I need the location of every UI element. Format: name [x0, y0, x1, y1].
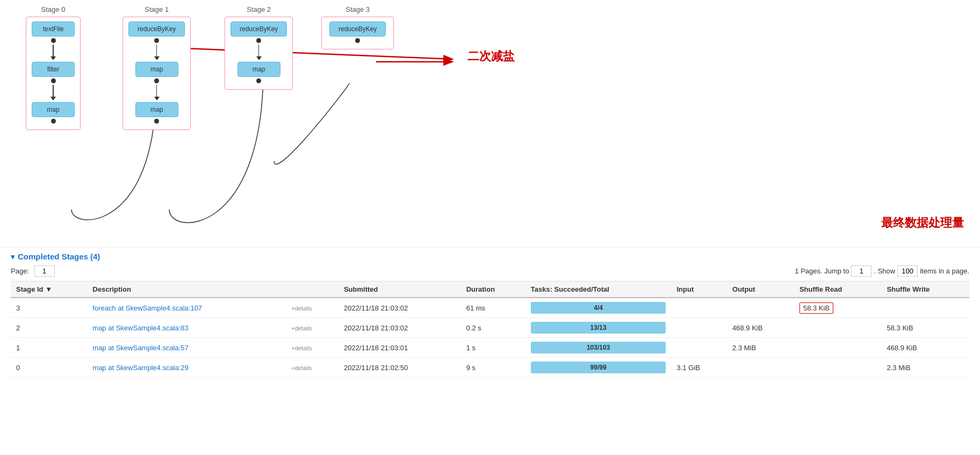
cell-output	[727, 298, 794, 318]
stage-1-label: Stage 1	[122, 5, 191, 13]
table-header-row: Stage Id ▼ Description Submitted Duratio…	[11, 281, 969, 298]
cell-duration: 0.2 s	[461, 318, 525, 338]
page-input[interactable]	[34, 265, 55, 277]
cell-submitted: 2022/11/18 21:03:01	[338, 338, 461, 358]
page-label: Page:	[11, 267, 29, 275]
cell-shuffle-write	[882, 298, 969, 318]
stage-1-node-1: map	[135, 62, 178, 77]
page-info-left: Page:	[11, 265, 55, 277]
cell-output: 2.3 MiB	[727, 338, 794, 358]
stage-3-node-0: reduceByKey	[329, 21, 386, 37]
progress-bar: 4/4	[531, 302, 666, 314]
stage-0-node-1: filter	[32, 62, 75, 77]
table-row: 3 foreach at SkewSample4.scala:107 +deta…	[11, 298, 969, 318]
cell-tasks: 13/13	[525, 318, 672, 338]
stage-3-box: reduceByKey	[321, 17, 394, 49]
cell-input	[671, 298, 727, 318]
description-link[interactable]: foreach at SkewSample4.scala:107	[92, 304, 202, 312]
cell-shuffle-read	[794, 358, 882, 378]
stage-1-node-0: reduceByKey	[128, 21, 185, 37]
description-link[interactable]: map at SkewSample4.scala:57	[92, 344, 188, 352]
cell-description: map at SkewSample4.scala:83	[87, 318, 284, 338]
cell-description: map at SkewSample4.scala:29	[87, 358, 284, 378]
stage-2-nodes: reduceByKey map	[230, 21, 287, 85]
cell-shuffle-read	[794, 318, 882, 338]
cell-description: map at SkewSample4.scala:57	[87, 338, 284, 358]
col-stage-id[interactable]: Stage Id ▼	[11, 281, 87, 298]
description-link[interactable]: map at SkewSample4.scala:29	[92, 364, 188, 372]
col-description[interactable]: Description	[87, 281, 338, 298]
table-row: 0 map at SkewSample4.scala:29 +details 2…	[11, 358, 969, 378]
shuffle-read-highlight: 58.3 KiB	[799, 302, 833, 314]
cell-stage-id: 2	[11, 318, 87, 338]
stage-1-nodes: reduceByKey map map	[128, 21, 185, 125]
cell-submitted: 2022/11/18 21:03:02	[338, 318, 461, 338]
cell-description: foreach at SkewSample4.scala:107	[87, 298, 284, 318]
cell-shuffle-write: 2.3 MiB	[882, 358, 969, 378]
show-label: . Show	[874, 267, 895, 275]
progress-bar: 99/99	[531, 362, 666, 373]
description-link[interactable]: map at SkewSample4.scala:83	[92, 324, 188, 332]
cell-details[interactable]: +details	[284, 338, 338, 358]
cell-output: 468.9 KiB	[727, 318, 794, 338]
cell-submitted: 2022/11/18 21:03:02	[338, 298, 461, 318]
stage-2-node-1: map	[237, 62, 280, 77]
section-title: Completed Stages (4)	[18, 252, 100, 261]
stage-1-node-2: map	[135, 102, 178, 117]
final-label: 最终数据处理量	[881, 215, 964, 231]
cell-shuffle-write: 468.9 KiB	[882, 338, 969, 358]
cell-input	[671, 318, 727, 338]
stage-0-container: Stage 0 textFile filter map	[26, 5, 81, 130]
col-shuffle-read[interactable]: Shuffle Read	[794, 281, 882, 298]
stage-1-box: reduceByKey map map	[122, 17, 191, 130]
pagination-row: Page: 1 Pages. Jump to . Show items in a…	[11, 265, 969, 277]
stage-2-box: reduceByKey map	[225, 17, 293, 90]
cell-tasks: 99/99	[525, 358, 672, 378]
progress-bar: 103/103	[531, 342, 666, 353]
stage-3-container: Stage 3 reduceByKey	[321, 5, 394, 49]
jump-input[interactable]	[851, 265, 871, 277]
stage-3-label: Stage 3	[321, 5, 394, 13]
cell-shuffle-write: 58.3 KiB	[882, 318, 969, 338]
stage-0-box: textFile filter map	[26, 17, 81, 130]
stage-0-node-0: textFile	[32, 21, 75, 37]
page-info-right: 1 Pages. Jump to . Show items in a page.	[795, 265, 969, 277]
stage-1-container: Stage 1 reduceByKey map map	[122, 5, 191, 130]
stage-0-nodes: textFile filter map	[32, 21, 75, 125]
cell-duration: 61 ms	[461, 298, 525, 318]
stage-2-label: Stage 2	[225, 5, 293, 13]
col-tasks[interactable]: Tasks: Succeeded/Total	[525, 281, 672, 298]
section-header: ▾ Completed Stages (4)	[11, 252, 969, 261]
toggle-icon[interactable]: ▾	[11, 252, 15, 261]
stages-table: Stage Id ▼ Description Submitted Duratio…	[11, 281, 969, 378]
show-input[interactable]	[897, 265, 918, 277]
table-row: 1 map at SkewSample4.scala:57 +details 2…	[11, 338, 969, 358]
stage-2-node-0: reduceByKey	[230, 21, 287, 37]
col-input[interactable]: Input	[671, 281, 727, 298]
col-duration[interactable]: Duration	[461, 281, 525, 298]
pages-info-text: 1 Pages. Jump to	[795, 267, 849, 275]
cell-details[interactable]: +details	[284, 358, 338, 378]
cell-submitted: 2022/11/18 21:02:50	[338, 358, 461, 378]
stage-0-node-2: map	[32, 102, 75, 117]
cell-stage-id: 3	[11, 298, 87, 318]
stage-2-container: Stage 2 reduceByKey map	[225, 5, 293, 90]
stage-0-label: Stage 0	[26, 5, 81, 13]
cell-duration: 9 s	[461, 358, 525, 378]
table-row: 2 map at SkewSample4.scala:83 +details 2…	[11, 318, 969, 338]
dag-area: Stage 0 textFile filter map Stage 1 redu…	[0, 0, 980, 247]
cell-output	[727, 358, 794, 378]
cell-shuffle-read: 58.3 KiB	[794, 298, 882, 318]
col-output[interactable]: Output	[727, 281, 794, 298]
items-label: items in a page.	[920, 267, 969, 275]
col-shuffle-write[interactable]: Shuffle Write	[882, 281, 969, 298]
cell-details[interactable]: +details	[284, 298, 338, 318]
cell-shuffle-read	[794, 338, 882, 358]
cell-input	[671, 338, 727, 358]
cell-tasks: 103/103	[525, 338, 672, 358]
cell-input: 3.1 GiB	[671, 358, 727, 378]
col-submitted[interactable]: Submitted	[338, 281, 461, 298]
cell-stage-id: 0	[11, 358, 87, 378]
cell-details[interactable]: +details	[284, 318, 338, 338]
table-body: 3 foreach at SkewSample4.scala:107 +deta…	[11, 298, 969, 378]
